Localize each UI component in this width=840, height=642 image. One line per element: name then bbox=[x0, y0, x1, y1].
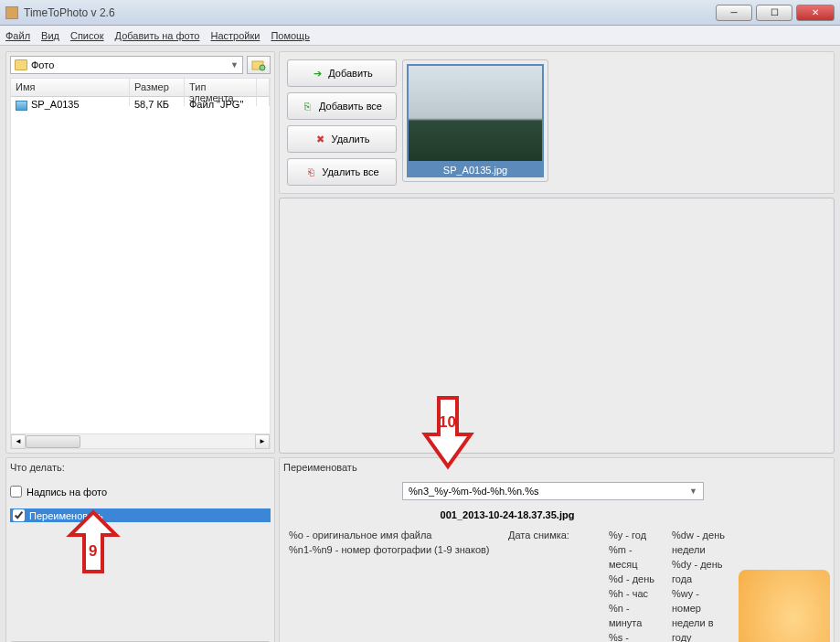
actions-panel: Что делать: Надпись на фото Переименоват… bbox=[5, 457, 275, 642]
menubar: Файл Вид Список Добавить на фото Настрой… bbox=[0, 26, 840, 46]
checkbox-rename[interactable]: Переименовать bbox=[10, 508, 271, 522]
list-header: Имя Размер Тип элемента bbox=[11, 79, 270, 97]
scroll-thumb[interactable] bbox=[26, 435, 80, 448]
pattern-combo[interactable]: %n3_%y-%m-%d-%h.%n.%s ▼ bbox=[402, 482, 704, 500]
menu-file[interactable]: Файл bbox=[5, 30, 30, 41]
folder-open-icon bbox=[251, 59, 266, 71]
app-icon bbox=[5, 6, 18, 19]
browse-button[interactable] bbox=[247, 56, 271, 74]
delete-all-button[interactable]: ⎗Удалить все bbox=[287, 158, 397, 186]
checkbox-overlay[interactable]: Надпись на фото bbox=[10, 486, 271, 498]
arrow-right-icon: ➔ bbox=[311, 67, 324, 80]
thumbnail-image bbox=[407, 64, 544, 163]
scroll-right-icon[interactable]: ► bbox=[255, 434, 270, 449]
menu-settings[interactable]: Настройки bbox=[210, 30, 260, 41]
annotation-10: 10 bbox=[420, 393, 475, 473]
h-scrollbar[interactable]: ◄ ► bbox=[11, 433, 270, 448]
add-button[interactable]: ➔Добавить bbox=[287, 59, 397, 87]
rename-title: Переименовать bbox=[283, 462, 731, 473]
menu-help[interactable]: Помощь bbox=[271, 30, 310, 41]
chevron-down-icon: ▼ bbox=[689, 487, 697, 496]
delete-button[interactable]: ✖Удалить bbox=[287, 125, 397, 153]
x-icon: ✖ bbox=[314, 133, 327, 145]
chevron-down-icon: ▼ bbox=[230, 60, 239, 70]
minimize-button[interactable]: ─ bbox=[716, 5, 752, 21]
add-all-icon: ⎘ bbox=[302, 100, 314, 112]
annotation-9: 9 bbox=[66, 508, 121, 578]
svg-point-1 bbox=[260, 65, 265, 70]
pattern-value: %n3_%y-%m-%d-%h.%n.%s bbox=[409, 486, 538, 497]
product-logo bbox=[739, 570, 830, 642]
thumbnail-item[interactable]: SP_A0135.jpg bbox=[402, 59, 548, 182]
maximize-button[interactable]: ☐ bbox=[756, 5, 792, 21]
menu-view[interactable]: Вид bbox=[41, 30, 59, 41]
add-all-button[interactable]: ⎘Добавить все bbox=[287, 92, 397, 120]
file-browser-panel: Фото ▼ Имя Размер Тип элемента SP_A0135 … bbox=[5, 51, 275, 454]
rename-panel: Переименовать %n3_%y-%m-%d-%h.%n.%s ▼ 00… bbox=[279, 457, 835, 642]
overlay-checkbox-input[interactable] bbox=[10, 486, 22, 498]
scroll-left-icon[interactable]: ◄ bbox=[11, 434, 26, 449]
window-title: TimeToPhoto v 2.6 bbox=[24, 6, 716, 19]
actions-title: Что делать: bbox=[10, 462, 271, 473]
close-button[interactable]: ✕ bbox=[796, 5, 835, 21]
thumbnail-caption: SP_A0135.jpg bbox=[407, 163, 544, 177]
menu-add[interactable]: Добавить на фото bbox=[115, 30, 200, 41]
preview-area bbox=[279, 198, 835, 454]
preview-filename: 001_2013-10-24-18.37.35.jpg bbox=[283, 509, 731, 520]
menu-list[interactable]: Список bbox=[70, 30, 104, 41]
rename-checkbox-input[interactable] bbox=[13, 509, 25, 521]
image-file-icon bbox=[16, 101, 27, 111]
folder-name: Фото bbox=[31, 59, 54, 70]
folder-combo[interactable]: Фото ▼ bbox=[10, 56, 243, 74]
folder-icon bbox=[15, 59, 27, 70]
list-item[interactable]: SP_A0135 58,7 КБ Файл "JPG" bbox=[11, 97, 270, 112]
delete-all-icon: ⎗ bbox=[304, 166, 317, 178]
